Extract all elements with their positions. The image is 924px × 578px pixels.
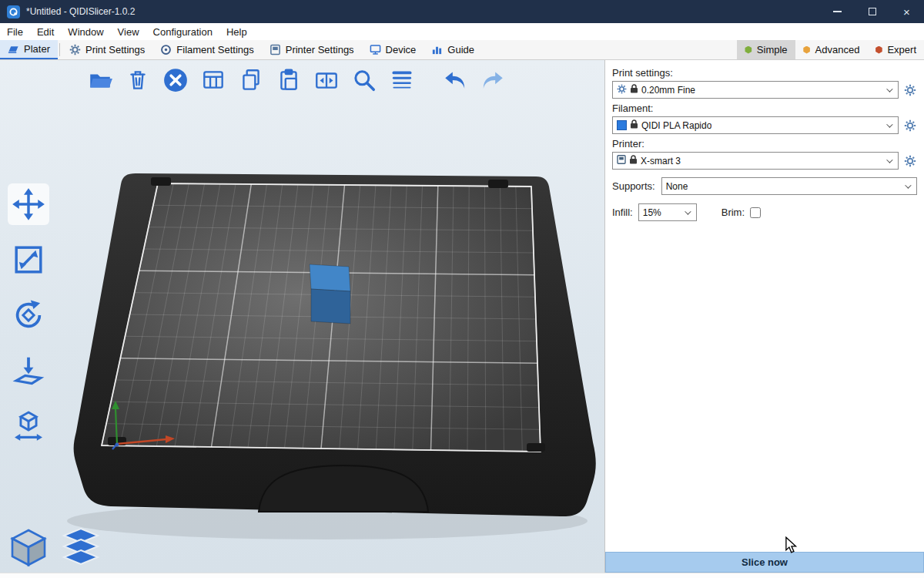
edit-print-settings-button[interactable] [903,83,917,97]
open-folder-button[interactable] [86,66,114,94]
main-area: Print settings: 0.20mm Fine Filament: [0,60,924,573]
filament-color-swatch [617,120,627,130]
delete-button[interactable] [124,66,152,94]
undo-button[interactable] [441,66,469,94]
printer-combo[interactable]: X-smart 3 [612,152,899,170]
tab-print-settings[interactable]: Print Settings [62,40,152,59]
tab-label: Filament Settings [176,44,253,55]
chevron-down-icon [685,208,691,214]
chevron-down-icon [886,156,892,163]
redo-icon [480,66,506,94]
rotate-icon [11,297,46,333]
tabbar: Plater Print Settings Filament Settings … [0,40,924,60]
tab-device[interactable]: Device [362,40,424,59]
brim-label: Brim: [721,207,745,218]
printer-value: X-smart 3 [641,156,681,166]
viewport-3d-scene[interactable] [0,60,604,573]
mouse-cursor [784,536,798,553]
redo-button[interactable] [479,66,507,94]
paste-button[interactable] [275,66,303,94]
copy-button[interactable] [237,66,265,94]
supports-combo[interactable]: None [661,177,917,195]
preview-layers-button[interactable] [59,525,103,570]
settings-sidebar: Print settings: 0.20mm Fine Filament: [604,60,924,573]
rotate-button[interactable] [8,294,49,336]
copy-icon [238,67,264,93]
model-object-cube[interactable] [310,264,350,324]
menu-configuration[interactable]: Configuration [146,23,219,40]
supports-value: None [666,181,688,192]
advanced-mode-dot-icon [803,46,811,54]
printer-icon [617,155,626,166]
slice-now-button[interactable]: Slice now [605,552,924,573]
mode-label: Expert [887,44,916,55]
delete-all-button[interactable] [162,66,189,94]
arrange-icon [200,67,226,93]
tab-label: Printer Settings [286,44,354,55]
print-settings-value: 0.20mm Fine [641,85,695,96]
menu-file[interactable]: File [0,23,30,40]
tab-plater[interactable]: Plater [0,40,58,59]
viewport-3d[interactable] [0,60,604,573]
filament-value: QIDI PLA Rapido [641,120,711,131]
paste-icon [276,67,302,93]
split-objects-icon [313,67,340,93]
mode-advanced[interactable]: Advanced [795,40,868,59]
mode-simple[interactable]: Simple [737,40,795,59]
3d-editor-view-icon [7,526,50,569]
close-button[interactable]: × [889,0,924,23]
lock-icon [630,155,637,166]
open-folder-icon [87,67,113,93]
titlebar: *Untitled - QIDISlicer-1.0.2 × [0,0,924,23]
tab-filament-settings[interactable]: Filament Settings [152,40,261,59]
chevron-down-icon [886,121,892,127]
search-icon [351,66,377,95]
tab-label: Print Settings [85,44,145,55]
tab-printer-settings[interactable]: Printer Settings [262,40,362,59]
menu-view[interactable]: View [111,23,146,40]
move-button[interactable] [8,183,49,225]
expert-mode-dot-icon [875,46,882,54]
infill-value: 15% [643,207,661,218]
chevron-down-icon [905,182,911,188]
tab-label: Plater [24,43,50,55]
minimize-button[interactable] [820,0,855,23]
menu-edit[interactable]: Edit [30,23,61,40]
menubar: File Edit Window View Configuration Help [0,23,924,40]
search-button[interactable] [350,66,378,94]
menu-window[interactable]: Window [61,23,110,40]
edit-printer-button[interactable] [903,154,917,168]
statusbar [0,573,924,578]
variable-layer-height-icon [389,67,415,93]
menu-help[interactable]: Help [219,23,254,40]
mode-expert[interactable]: Expert [867,40,924,59]
variable-layer-height-button[interactable] [388,66,416,94]
scale-icon [11,242,46,277]
plater-icon [8,43,19,55]
print-settings-gear-icon [69,44,81,55]
measure-icon [11,408,46,444]
arrange-button[interactable] [199,66,227,94]
print-settings-combo[interactable]: 0.20mm Fine [612,81,899,99]
scale-button[interactable] [8,239,49,281]
place-on-face-button[interactable] [8,350,49,391]
split-objects-button[interactable] [313,66,340,94]
edit-filament-button[interactable] [903,119,917,133]
window-title: *Untitled - QIDISlicer-1.0.2 [26,6,135,17]
place-on-face-icon [11,353,46,388]
infill-combo[interactable]: 15% [638,203,697,221]
mode-label: Advanced [815,44,860,55]
brim-checkbox[interactable] [750,207,761,218]
measure-button[interactable] [8,405,49,447]
delete-icon [125,67,151,93]
print-settings-label: Print settings: [612,67,917,79]
maximize-button[interactable] [855,0,889,23]
tab-label: Device [386,44,417,55]
filament-combo[interactable]: QIDI PLA Rapido [612,116,899,134]
tab-label: Guide [447,44,474,55]
tab-guide[interactable]: Guide [424,40,482,59]
app-window: *Untitled - QIDISlicer-1.0.2 × File Edit… [0,0,924,578]
simple-mode-dot-icon [745,46,752,54]
editor-view-button[interactable] [6,525,51,570]
lock-icon [631,119,638,131]
